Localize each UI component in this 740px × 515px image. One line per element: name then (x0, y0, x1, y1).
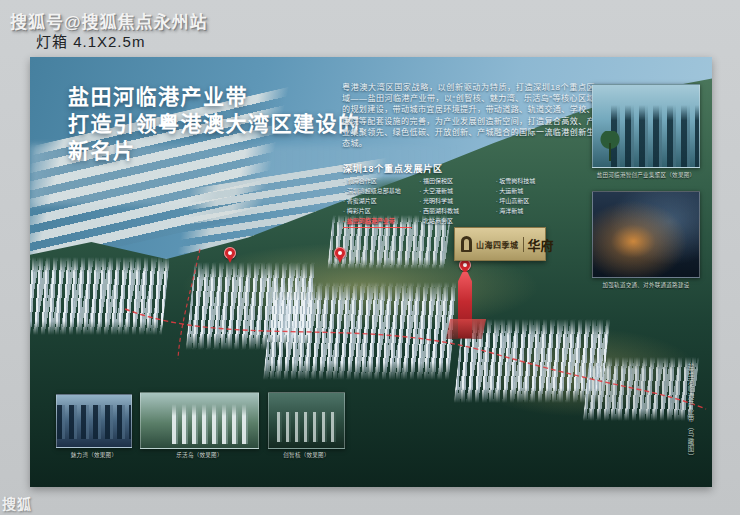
main-title: 盐田河临港产业带 打造引领粤港澳大湾区建设的 新名片 (68, 83, 361, 164)
main-title-line-2: 打造引领粤港澳大湾区建设的 (68, 110, 361, 137)
vertical-caption: 盐田河临港产业带（鸟瞰图） (685, 363, 695, 479)
pin-dot-icon (228, 251, 232, 255)
project-logo-plaque: 山海四季城 华府 (454, 227, 546, 261)
city-cluster (583, 357, 700, 421)
district-item: 光明科学城 (419, 198, 488, 206)
district-item: 香蜜湖片区 (343, 198, 412, 206)
photo-buildings (277, 412, 339, 442)
inset-photo-bay (56, 394, 132, 448)
districts-list: 前海合作区深圳湾超级总部基地香蜜湖片区梅彩片区盐田河临港产业带 福田保税区大空港… (343, 178, 565, 228)
inset-photo-caption: 魅力湾（效果图） (56, 451, 132, 459)
photo-buildings (172, 404, 252, 444)
inset-photo-caption: 加强轨道交通、对外联通道路建设 (592, 281, 700, 289)
district-item: 坪山高新区 (496, 198, 565, 206)
inset-photo-island (140, 392, 259, 449)
pin-dot-icon (463, 263, 467, 267)
main-title-line-3: 新名片 (68, 137, 361, 164)
logo-divider (523, 237, 524, 252)
lightbox-size-label: 灯箱 4.1X2.5m (36, 30, 145, 51)
main-title-line-1: 盐田河临港产业带 (68, 83, 361, 110)
brand-suffix: 华府 (528, 235, 554, 254)
inset-photo-caption: 创智核（效果图） (268, 451, 345, 459)
photo-buildings (611, 105, 700, 167)
district-item: 坂雪岗科技城 (496, 178, 565, 186)
photo-buildings (57, 405, 132, 439)
district-item: 盐田河临港产业带 (343, 218, 412, 228)
district-item: 福田保税区 (419, 178, 488, 186)
inset-photo-caption: 盐田河临港智创产业集聚区（效果图） (592, 171, 700, 179)
inset-photo-towers (592, 84, 700, 168)
landmark-tower-base (446, 319, 486, 339)
district-item: 海洋新城 (496, 208, 565, 216)
palm-tree (597, 131, 623, 161)
inset-photo-core (268, 392, 345, 449)
district-item: 北站商务区 (419, 218, 488, 226)
inset-photo-caption: 乐活岛（效果图） (140, 451, 259, 459)
districts-column-2: 福田保税区大空港新城光明科学城西丽湖科教城北站商务区 (419, 178, 488, 228)
districts-column-3: 坂雪岗科技城大运新城坪山高新区海洋新城 (496, 178, 565, 228)
districts-heading: 深圳18个重点发展片区 (343, 162, 443, 175)
map-pin-icon (224, 247, 236, 259)
sohu-watermark-bottom: 搜狐 (2, 493, 32, 513)
district-item: 西丽湖科教城 (419, 208, 488, 216)
inset-photo-night-aerial (592, 191, 700, 278)
intro-paragraph: 粤港澳大湾区国家战略，以创新驱动为特质，打造深圳18个重点区域——盐田河临港产业… (342, 82, 595, 149)
billboard-image: 盐田河临港产业带 打造引领粤港澳大湾区建设的 新名片 粤港澳大湾区国家战略，以创… (30, 57, 712, 487)
pin-dot-icon (338, 251, 342, 255)
brand-name: 山海四季城 (476, 239, 519, 250)
district-item: 梅彩片区 (343, 208, 412, 216)
city-cluster (30, 257, 170, 335)
district-item: 深圳湾超级总部基地 (343, 188, 412, 196)
district-item: 大运新城 (496, 188, 565, 196)
city-cluster (263, 282, 459, 380)
districts-column-1: 前海合作区深圳湾超级总部基地香蜜湖片区梅彩片区盐田河临港产业带 (343, 178, 412, 228)
map-pin-icon (334, 247, 346, 259)
district-item: 大空港新城 (419, 188, 488, 196)
logo-emblem-icon (461, 236, 472, 252)
district-item: 前海合作区 (343, 178, 412, 186)
